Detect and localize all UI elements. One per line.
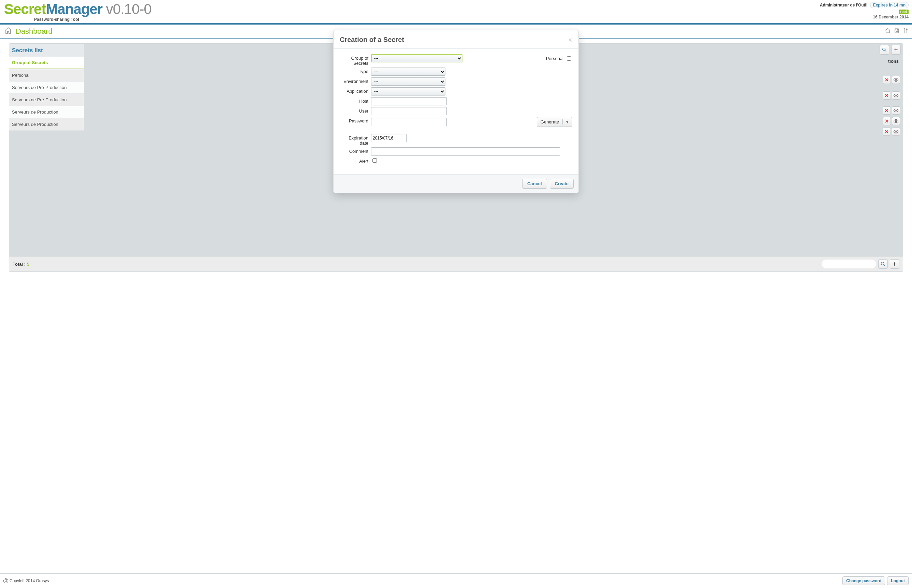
type-select[interactable]: ---	[371, 68, 446, 76]
svg-point-2	[897, 30, 897, 31]
create-button[interactable]: Create	[550, 179, 574, 189]
admin-label: Administrateur de l'Outil	[820, 3, 868, 8]
svg-point-8	[895, 120, 897, 122]
nav-secrets-icon[interactable]	[894, 27, 900, 35]
sidebar-title: Secrets list	[9, 44, 84, 57]
label-application: Application	[340, 87, 371, 94]
copyleft-icon: C	[3, 578, 8, 583]
brand-version: v0.10-0	[102, 1, 152, 17]
logout-button[interactable]: Logout	[887, 577, 909, 585]
host-input[interactable]	[371, 97, 447, 105]
secrets-sidebar: Secrets list Group of Secrets Personal S…	[9, 44, 84, 256]
brand-part2: Manager	[46, 1, 102, 17]
create-secret-modal: Creation of a Secret × Group of Secrets …	[333, 30, 579, 193]
svg-rect-0	[895, 29, 899, 33]
generate-label: Generate	[541, 120, 559, 124]
panel-footer: Total : 5	[9, 256, 903, 271]
sidebar-item-preprod-1[interactable]: Serveurs de Pré-Production	[9, 81, 84, 94]
generate-password-button[interactable]: Generate ▾	[537, 117, 572, 127]
session-expires-pill[interactable]: Expires in 14 mn	[870, 2, 909, 8]
label-type: Type	[340, 68, 371, 74]
svg-point-10	[881, 262, 884, 265]
search-button[interactable]	[880, 45, 889, 55]
row-actions-4: ✕	[883, 117, 900, 125]
environment-select[interactable]: ---	[371, 78, 446, 86]
delete-row-button[interactable]: ✕	[883, 117, 891, 125]
add-secret-button[interactable]	[891, 45, 901, 55]
view-row-button[interactable]	[892, 76, 900, 84]
row-actions-5: ✕	[883, 128, 900, 136]
label-environment: Environment	[340, 78, 371, 84]
expiration-date-input[interactable]	[371, 134, 407, 142]
delete-row-button[interactable]: ✕	[883, 76, 891, 84]
label-expiration-date: Expiration date	[340, 134, 371, 145]
label-group-of-secrets: Group of Secrets	[340, 54, 371, 66]
copyleft-text: Copyleft 2014 Orasys	[10, 578, 49, 583]
view-row-button[interactable]	[892, 128, 900, 136]
view-row-button[interactable]	[892, 117, 900, 125]
svg-point-6	[895, 95, 897, 96]
group-of-secrets-select[interactable]: ---	[371, 54, 462, 62]
label-personal: Personal	[546, 56, 563, 61]
user-input[interactable]	[371, 107, 447, 115]
label-password: Password	[340, 117, 371, 123]
delete-row-button[interactable]: ✕	[883, 128, 891, 136]
total-count: Total : 5	[13, 262, 29, 267]
row-actions-3: ✕	[883, 107, 900, 115]
alert-checkbox[interactable]	[373, 158, 377, 163]
svg-point-4	[883, 48, 885, 51]
total-value: 5	[27, 262, 29, 267]
nav-home-icon[interactable]	[885, 27, 891, 35]
page-footer: C Copyleft 2014 Orasys Change password L…	[0, 573, 912, 588]
change-password-button[interactable]: Change password	[843, 577, 885, 585]
total-label: Total :	[13, 262, 27, 267]
svg-point-9	[895, 131, 897, 132]
sidebar-item-personal[interactable]: Personal	[9, 69, 84, 81]
label-alert: Alert	[340, 157, 371, 164]
home-icon[interactable]	[3, 27, 13, 36]
modal-title: Creation of a Secret	[340, 36, 404, 44]
brand-tagline: Password-sharing Tool	[34, 17, 909, 22]
comment-input[interactable]	[371, 147, 560, 155]
sidebar-active-group[interactable]: Group of Secrets	[9, 57, 84, 69]
modal-close-button[interactable]: ×	[568, 37, 572, 43]
footer-add-button[interactable]	[890, 259, 899, 269]
label-host: Host	[340, 97, 371, 104]
sidebar-filler	[9, 131, 84, 256]
label-comment: Comment	[340, 147, 371, 154]
svg-point-1	[896, 30, 896, 31]
current-date: 16 December 2014	[820, 15, 909, 19]
delete-row-button[interactable]: ✕	[883, 107, 891, 115]
password-input[interactable]	[371, 118, 447, 126]
footer-search-button[interactable]	[878, 259, 888, 269]
brand-part1: Secret	[4, 1, 46, 17]
row-actions-2: ✕	[883, 91, 900, 100]
delete-row-button[interactable]: ✕	[883, 91, 891, 100]
sidebar-item-prod-2[interactable]: Serveurs de Production	[9, 118, 84, 131]
view-row-button[interactable]	[892, 91, 900, 100]
view-row-button[interactable]	[892, 107, 900, 115]
svg-point-7	[895, 110, 897, 111]
actions-column-header: tions	[888, 59, 899, 64]
cancel-button[interactable]: Cancel	[522, 179, 547, 189]
sidebar-item-prod-1[interactable]: Serveurs de Production	[9, 106, 84, 118]
sidebar-item-preprod-2[interactable]: Serveurs de Pré-Production	[9, 94, 84, 106]
row-actions-1: ✕	[883, 76, 900, 84]
personal-checkbox[interactable]	[567, 56, 571, 61]
footer-search-input[interactable]	[822, 260, 876, 268]
app-header: SecretManager v0.10-0 Password-sharing T…	[0, 0, 912, 24]
page-title: Dashboard	[16, 27, 53, 36]
brand-logo: SecretManager v0.10-0	[4, 2, 152, 16]
copyleft: C Copyleft 2014 Orasys	[3, 578, 49, 583]
svg-point-5	[895, 79, 897, 81]
chevron-down-icon: ▾	[562, 120, 568, 124]
root-badge: root	[899, 10, 909, 14]
nav-tools-icon[interactable]	[902, 27, 909, 35]
label-user: User	[340, 107, 371, 113]
application-select[interactable]: ---	[371, 87, 446, 95]
